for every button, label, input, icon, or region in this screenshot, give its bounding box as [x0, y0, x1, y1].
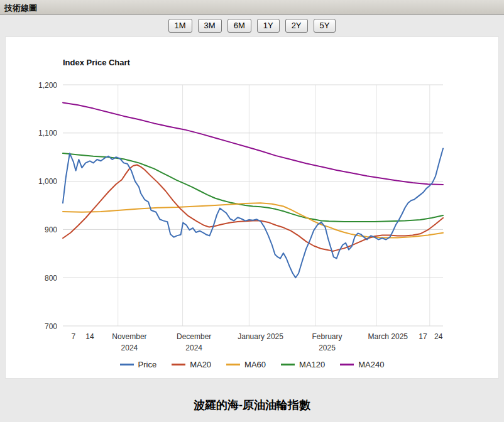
chart-title: Index Price Chart [63, 58, 131, 67]
range-button-1m[interactable]: 1M [168, 19, 192, 33]
y-axis-tick-label: 1,000 [38, 177, 57, 186]
x-axis-tick-label: January 2025 [238, 332, 283, 341]
legend-label: MA60 [244, 360, 266, 369]
range-button-1y[interactable]: 1Y [257, 19, 280, 33]
legend-label: Price [138, 360, 157, 369]
legend-item-ma240[interactable]: MA240 [340, 360, 384, 369]
titlebar: 技術線圖 [0, 0, 504, 15]
x-axis-tick-label: 17 [419, 332, 427, 341]
legend-item-price[interactable]: Price [120, 360, 157, 369]
chart-panel: 7008009001,0001,1001,200714November2024D… [5, 36, 499, 379]
series-line-ma240 [63, 102, 443, 185]
index-name: 波羅的海-原油油輪指數 [0, 398, 504, 413]
legend-swatch-price [120, 364, 134, 365]
x-axis-tick-label: 7 [72, 332, 76, 341]
x-axis-tick-sublabel: 2024 [121, 344, 138, 352]
chart-legend: PriceMA20MA60MA120MA240 [6, 354, 498, 374]
y-axis-tick-label: 700 [45, 322, 57, 331]
series-line-ma120 [63, 153, 443, 222]
y-axis-tick-label: 1,200 [38, 81, 57, 90]
y-axis-tick-label: 900 [45, 225, 57, 234]
x-axis-tick-label: February [312, 332, 342, 341]
legend-label: MA120 [299, 360, 325, 369]
legend-swatch-ma240 [340, 364, 354, 365]
x-axis-tick-sublabel: 2025 [319, 344, 336, 352]
y-axis-tick-label: 1,100 [38, 129, 57, 138]
x-axis-tick-sublabel: 2024 [185, 344, 202, 352]
series-line-price [63, 148, 443, 278]
range-button-5y[interactable]: 5Y [314, 19, 336, 33]
page-title: 技術線圖 [4, 3, 37, 13]
x-axis-tick-label: 24 [434, 332, 443, 341]
legend-swatch-ma60 [226, 364, 240, 365]
y-axis-tick-label: 800 [45, 274, 57, 283]
range-button-6m[interactable]: 6M [227, 19, 251, 33]
range-button-3m[interactable]: 3M [198, 19, 222, 33]
x-axis-tick-label: March 2025 [368, 332, 408, 341]
legend-swatch-ma20 [172, 364, 185, 365]
x-axis-tick-label: November [112, 332, 146, 341]
range-button-2y[interactable]: 2Y [285, 19, 308, 33]
legend-item-ma60[interactable]: MA60 [226, 360, 266, 369]
x-axis-tick-label: 14 [85, 332, 94, 341]
legend-item-ma20[interactable]: MA20 [172, 360, 211, 369]
legend-swatch-ma120 [281, 364, 295, 365]
legend-item-ma120[interactable]: MA120 [281, 360, 325, 369]
legend-label: MA240 [358, 360, 384, 369]
x-axis-tick-label: December [177, 332, 211, 341]
range-buttons: 1M3M6M1Y2Y5Y [0, 15, 504, 36]
legend-label: MA20 [190, 360, 211, 369]
index-price-chart: 7008009001,0001,1001,200714November2024D… [6, 37, 498, 354]
